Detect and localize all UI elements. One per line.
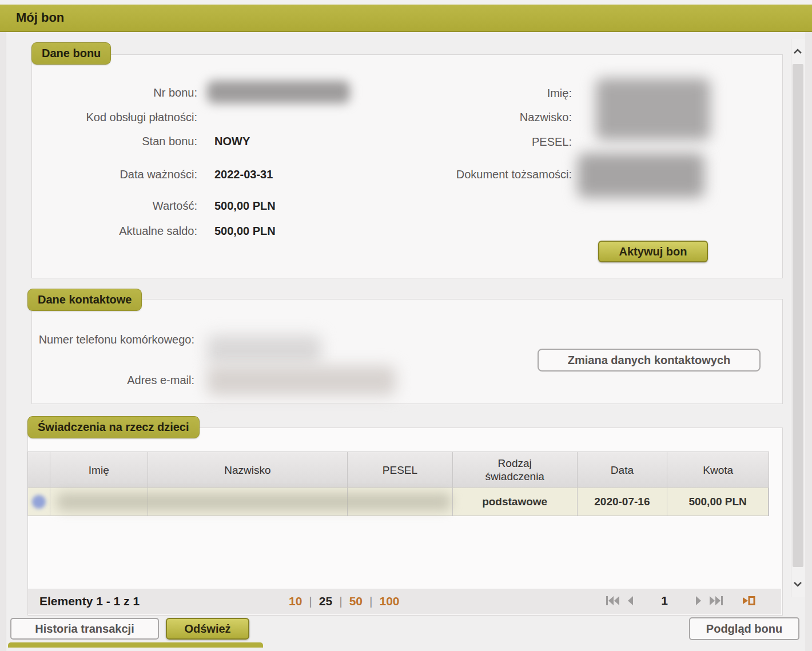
imie-label: Imię: — [366, 87, 572, 100]
table-header-imie[interactable]: Imię — [50, 452, 148, 488]
row-details-cell — [28, 488, 50, 516]
page-size-10[interactable]: 10 — [289, 594, 302, 608]
next-section-tab-edge — [8, 642, 263, 648]
field-row-dokument: Dokument tożsamości: — [366, 166, 572, 183]
field-row-data-waznosci: Data ważności: 2022-03-31 — [31, 166, 273, 183]
redacted-telefon — [207, 335, 321, 365]
row-data-cell: 2020-07-16 — [578, 488, 668, 516]
stan-bonu-value: NOWY — [197, 135, 250, 148]
page-titlebar: Mój bon — [0, 5, 812, 32]
redacted-nr-bonu — [207, 81, 350, 103]
go-to-page-icon[interactable] — [741, 593, 758, 608]
pagination-nav: 1 — [604, 593, 758, 608]
table-header-nazwisko[interactable]: Nazwisko — [148, 452, 348, 488]
swiadczenia-table: Imię Nazwisko PESEL Rodzaj świadczenia D… — [27, 452, 769, 516]
page-title: Mój bon — [16, 10, 64, 25]
scrollbar-down-icon[interactable] — [791, 573, 804, 596]
zmiana-danych-kontaktowych-button[interactable]: Zmiana danych kontaktowych — [538, 349, 761, 372]
redacted-dokument — [578, 153, 704, 198]
field-row-stan-bonu: Stan bonu: NOWY — [31, 133, 250, 150]
dokument-label: Dokument tożsamości: — [366, 168, 572, 181]
redacted-row-values — [57, 493, 451, 510]
table-header-kwota[interactable]: Kwota — [667, 452, 769, 488]
row-rodzaj-cell: podstawowe — [453, 488, 578, 516]
aktualne-saldo-value: 500,00 PLN — [197, 225, 276, 238]
pagination-summary: Elementy 1 - 1 z 1 — [39, 594, 140, 608]
wartosc-label: Wartość: — [31, 199, 197, 213]
table-header-rodzaj[interactable]: Rodzaj świadczenia — [453, 452, 578, 488]
row-kwota-cell: 500,00 PLN — [667, 488, 769, 516]
page-size-100[interactable]: 100 — [379, 594, 399, 608]
nr-bonu-label: Nr bonu: — [31, 86, 197, 99]
field-row-nr-bonu: Nr bonu: — [31, 84, 214, 101]
next-page-icon[interactable] — [690, 593, 707, 608]
row-magnifier-icon[interactable] — [32, 495, 46, 509]
table-header-pesel[interactable]: PESEL — [348, 452, 453, 488]
odswiez-button[interactable]: Odśwież — [166, 618, 249, 640]
dane-kontaktowe-legend-label: Dane kontaktowe — [38, 293, 132, 306]
page-size-separator: | — [339, 594, 342, 608]
page-size-50[interactable]: 50 — [349, 594, 363, 608]
redacted-email — [207, 366, 396, 396]
table-header-data[interactable]: Data — [578, 452, 668, 488]
field-row-pesel: PESEL: — [366, 133, 572, 150]
swiadczenia-legend-label: Świadczenia na rzecz dzieci — [38, 421, 189, 433]
wartosc-value: 500,00 PLN — [197, 199, 276, 213]
aktualne-saldo-label: Aktualne saldo: — [31, 225, 197, 238]
field-row-imie: Imię: — [366, 85, 572, 102]
data-waznosci-value: 2022-03-31 — [197, 168, 273, 181]
dane-bonu-legend-label: Dane bonu — [42, 47, 101, 59]
last-page-icon[interactable] — [707, 593, 725, 608]
field-row-kod-platnosci: Kod obsługi płatności: — [31, 109, 214, 126]
redacted-imie-nazwisko-pesel — [596, 78, 710, 140]
dane-kontaktowe-legend: Dane kontaktowe — [27, 289, 142, 311]
previous-page-icon[interactable] — [622, 593, 639, 608]
podglad-bonu-button[interactable]: Podgląd bonu — [689, 617, 799, 640]
pagination-bar: Elementy 1 - 1 z 1 10 | 25 | 50 | 100 1 — [28, 589, 781, 614]
table-header-row: Imię Nazwisko PESEL Rodzaj świadczenia D… — [28, 452, 769, 488]
page-size-separator: | — [369, 594, 372, 608]
table-header-icon-col — [28, 452, 50, 488]
page-size-separator: | — [309, 594, 312, 608]
current-page-number: 1 — [639, 594, 690, 608]
data-waznosci-label: Data ważności: — [31, 168, 197, 181]
telefon-label: Numer telefonu komórkowego: — [31, 332, 194, 348]
dane-bonu-legend: Dane bonu — [31, 42, 111, 65]
historia-transakcji-button[interactable]: Historia transakcji — [10, 618, 159, 640]
field-row-nazwisko: Nazwisko: — [366, 109, 572, 126]
stan-bonu-label: Stan bonu: — [31, 135, 197, 148]
scrollbar-thumb[interactable] — [793, 64, 803, 567]
table-row[interactable]: podstawowe 2020-07-16 500,00 PLN — [28, 488, 769, 516]
kod-platnosci-label: Kod obsługi płatności: — [31, 111, 197, 124]
nazwisko-label: Nazwisko: — [366, 111, 572, 124]
field-row-wartosc: Wartość: 500,00 PLN — [31, 197, 276, 214]
page-size-selector: 10 | 25 | 50 | 100 — [289, 594, 400, 608]
first-page-icon[interactable] — [604, 593, 622, 608]
aktywuj-bon-button[interactable]: Aktywuj bon — [598, 241, 708, 262]
scrollbar-up-icon[interactable] — [791, 40, 804, 63]
page-size-25-active[interactable]: 25 — [319, 594, 332, 608]
field-row-aktualne-saldo: Aktualne saldo: 500,00 PLN — [31, 222, 276, 239]
pesel-label: PESEL: — [366, 135, 572, 149]
swiadczenia-legend: Świadczenia na rzecz dzieci — [27, 416, 200, 438]
top-strip — [0, 0, 812, 5]
email-label: Adres e-mail: — [31, 372, 194, 388]
